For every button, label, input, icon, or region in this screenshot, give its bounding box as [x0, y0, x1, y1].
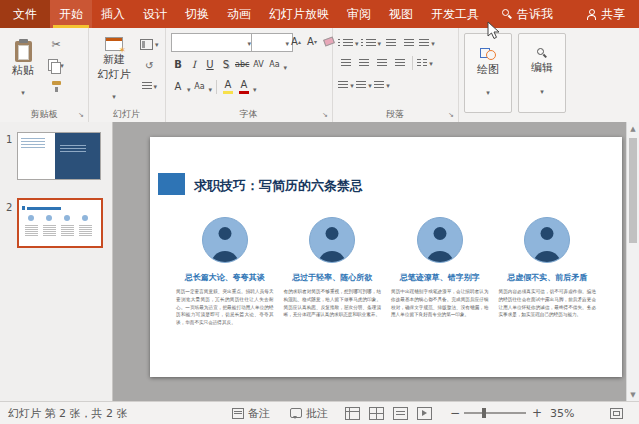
- fit-to-window-button[interactable]: [610, 402, 623, 424]
- tab-developer[interactable]: 开发工具: [422, 0, 488, 28]
- clipboard-group: 粘贴 剪贴板: [0, 28, 89, 122]
- strikethrough-button[interactable]: abc: [235, 57, 249, 73]
- tab-transitions[interactable]: 切换: [176, 0, 218, 28]
- text-shadow-button[interactable]: S: [219, 57, 233, 73]
- case-button[interactable]: Aa: [193, 79, 207, 95]
- convert-smartart-button[interactable]: [374, 77, 390, 93]
- font-dialog-launcher[interactable]: [320, 110, 330, 120]
- bold-button[interactable]: B: [171, 57, 185, 73]
- tab-slideshow[interactable]: 幻灯片放映: [260, 0, 338, 28]
- paragraph-dialog-launcher[interactable]: [446, 110, 456, 120]
- bullets-icon: [343, 39, 353, 47]
- reading-view-button[interactable]: [393, 402, 408, 424]
- font-size-select[interactable]: [251, 33, 293, 52]
- reset-slide-button[interactable]: [140, 57, 159, 73]
- columns-button[interactable]: [417, 55, 433, 71]
- paste-button[interactable]: 粘贴: [5, 32, 41, 108]
- slide-title[interactable]: 求职技巧：写简历的六条禁忌: [194, 177, 363, 195]
- person-avatar-icon: [524, 217, 570, 263]
- slideshow-view-button[interactable]: [417, 402, 432, 424]
- column-body: 简历中出现错别字或笔迹潦草，会让招聘者认为你连最基本的细心都不具备。完成简历后应…: [391, 288, 489, 319]
- align-left-button[interactable]: [338, 55, 354, 71]
- editing-group-button[interactable]: 编辑: [518, 33, 566, 113]
- slide-sorter-view-button[interactable]: [369, 402, 384, 424]
- notes-icon: [232, 408, 244, 419]
- highlight-color-bar: [223, 91, 233, 94]
- share-button[interactable]: 共享: [572, 0, 639, 28]
- slide-thumbnail-2[interactable]: [17, 198, 103, 248]
- decrease-indent-icon: [386, 39, 396, 47]
- column-2[interactable]: 忌过于轻率、随心所欲 有的求职者对简历不够重视，想到哪写到哪，结构混乱、格式随意…: [284, 217, 382, 327]
- new-slide-button[interactable]: 新建 幻灯片: [91, 32, 137, 108]
- format-painter-button[interactable]: [48, 78, 64, 94]
- scroll-down-icon[interactable]: ▼: [627, 391, 639, 399]
- font-name-select[interactable]: [171, 33, 255, 52]
- tab-review[interactable]: 审阅: [338, 0, 380, 28]
- layout-button[interactable]: [140, 36, 159, 52]
- tab-file[interactable]: 文件: [0, 0, 50, 28]
- paste-icon: [15, 41, 32, 62]
- clipboard-group-label: 剪贴板: [0, 108, 88, 121]
- thumbnail-text-lines: [21, 138, 45, 148]
- vertical-scrollbar[interactable]: ▲ ▼: [626, 122, 639, 402]
- slide-1-number: 1: [6, 134, 12, 145]
- font-color-button[interactable]: A: [237, 79, 251, 95]
- align-center-button[interactable]: [356, 55, 372, 71]
- increase-indent-icon: [404, 39, 414, 47]
- justify-button[interactable]: [392, 55, 408, 71]
- zoom-slider[interactable]: [464, 412, 526, 414]
- thumbnail-text-block: [25, 225, 38, 236]
- text-fill-button[interactable]: A: [171, 79, 185, 95]
- zoom-out-button[interactable]: −: [450, 402, 460, 424]
- change-case-button[interactable]: Aa: [267, 57, 281, 73]
- text-highlight-button[interactable]: A: [221, 79, 235, 95]
- line-spacing-button[interactable]: [419, 35, 435, 51]
- normal-view-button[interactable]: [345, 402, 360, 424]
- copy-button[interactable]: [48, 57, 64, 73]
- decrease-font-size-button[interactable]: A: [305, 33, 319, 49]
- underline-button[interactable]: U: [203, 57, 217, 73]
- align-text-button[interactable]: [356, 77, 372, 93]
- comments-button[interactable]: 批注: [290, 402, 328, 424]
- font-color-dropdown-icon: [253, 77, 257, 96]
- tab-home[interactable]: 开始: [50, 0, 92, 28]
- thumbnail-text-block: [79, 225, 92, 236]
- bullets-button[interactable]: [338, 35, 359, 51]
- scroll-up-icon[interactable]: ▲: [627, 125, 639, 133]
- text-direction-button[interactable]: [338, 77, 354, 93]
- title-accent-block[interactable]: [158, 173, 185, 195]
- column-4[interactable]: 忌虚假不实、前后矛盾 简历内容必须真实可信，切不可弄虚作假。编造的经历往往会在面…: [499, 217, 597, 327]
- increase-indent-button[interactable]: [401, 35, 417, 51]
- column-3[interactable]: 忌笔迹潦草、错字别字 简历中出现错别字或笔迹潦草，会让招聘者认为你连最基本的细心…: [391, 217, 489, 327]
- decrease-indent-button[interactable]: [383, 35, 399, 51]
- zoom-in-button[interactable]: +: [532, 402, 542, 424]
- notes-button[interactable]: 备注: [232, 402, 270, 424]
- zoom-level[interactable]: 35%: [550, 402, 574, 424]
- drawing-group-button[interactable]: 绘图: [464, 33, 512, 113]
- section-button[interactable]: [140, 78, 159, 94]
- tab-design[interactable]: 设计: [134, 0, 176, 28]
- character-spacing-button[interactable]: AV: [251, 57, 265, 73]
- zoom-slider-handle[interactable]: [482, 408, 486, 418]
- slide-editing-area[interactable]: 求职技巧：写简历的六条禁忌 忌长篇大论、夸夸其谈 简历一定要言简意赅、突出重点。…: [150, 137, 622, 377]
- editing-dropdown-icon: [540, 79, 544, 98]
- increase-font-size-button[interactable]: A: [289, 33, 303, 49]
- scrollbar-thumb[interactable]: [629, 138, 637, 243]
- tab-insert[interactable]: 插入: [92, 0, 134, 28]
- numbering-button[interactable]: [361, 35, 382, 51]
- tab-animations[interactable]: 动画: [218, 0, 260, 28]
- italic-button[interactable]: I: [187, 57, 201, 73]
- justify-icon: [395, 59, 405, 67]
- align-right-button[interactable]: [374, 55, 390, 71]
- column-body: 简历一定要言简意赅、突出重点。招聘人员每天要浏览大量简历，冗长的简历往往让人失去…: [176, 288, 274, 327]
- slide-2-number: 2: [6, 202, 12, 213]
- clipboard-dialog-launcher[interactable]: [76, 110, 86, 120]
- tell-me-search[interactable]: 告诉我: [494, 0, 561, 28]
- column-body: 简历内容必须真实可信，切不可弄虚作假。编造的经历往往会在面试中露出马脚，前后矛盾…: [499, 288, 597, 319]
- cut-button[interactable]: [48, 36, 64, 52]
- tab-view[interactable]: 视图: [380, 0, 422, 28]
- font-group: A A B I U S abc AV Aa A Aa A A: [165, 28, 333, 122]
- new-slide-dropdown-icon: [112, 84, 116, 103]
- column-1[interactable]: 忌长篇大论、夸夸其谈 简历一定要言简意赅、突出重点。招聘人员每天要浏览大量简历，…: [176, 217, 274, 327]
- slide-thumbnail-1[interactable]: [17, 132, 101, 180]
